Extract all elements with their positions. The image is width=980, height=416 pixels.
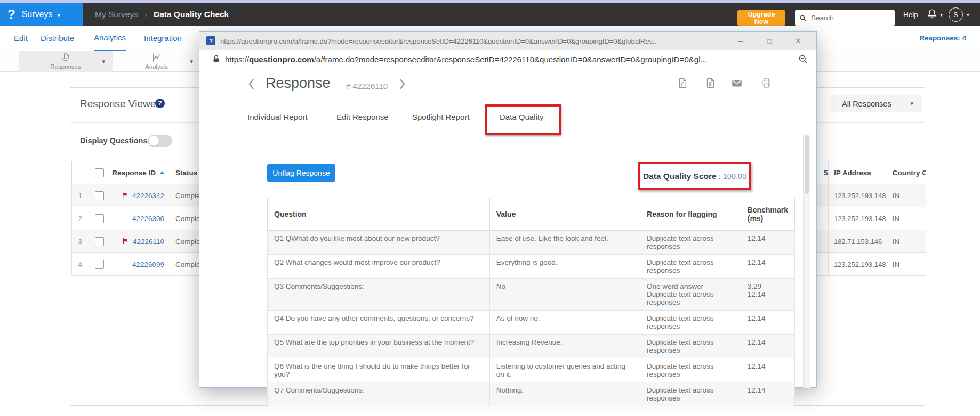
flag-icon (122, 192, 129, 199)
response-title: Response (266, 75, 331, 92)
url-path: /a/frame.do?mode=responseeditor&response… (314, 55, 707, 64)
response-id-link[interactable]: 42226300 (132, 215, 164, 223)
quality-row: Q4 Do you have any other comments, quest… (268, 311, 795, 335)
question-cell: Q6 What is the one thing I should do to … (268, 358, 490, 382)
tab-data-quality[interactable]: Data Quality (500, 112, 544, 121)
minimize-button[interactable]: – (734, 32, 748, 50)
row-number: 2 (72, 207, 89, 230)
maximize-button[interactable]: □ (762, 32, 776, 50)
benchmark-line: 12.14 (748, 362, 788, 370)
benchmark-line: 12.14 (748, 314, 788, 322)
notifications-caret-icon[interactable]: ▾ (940, 3, 943, 26)
upgrade-now-button[interactable]: Upgrade Now (737, 10, 785, 26)
previous-response-chevron[interactable] (246, 77, 258, 92)
scrollbar-thumb[interactable] (805, 135, 809, 194)
display-questions-label: Display Questions (80, 136, 148, 145)
row-checkbox[interactable] (95, 260, 104, 269)
zoom-out-icon[interactable] (798, 54, 808, 64)
toolbar-item-responses[interactable]: Responses ▾ (19, 51, 113, 72)
response-id-link[interactable]: 42226110 (133, 238, 164, 246)
modal-titlebar[interactable]: ? https://questionpro.com/a/frame.do?mod… (199, 32, 816, 50)
row-number: 4 (72, 253, 89, 275)
response-id-cell: 42226110 (110, 230, 170, 252)
breadcrumb-my-surveys[interactable]: My Surveys (95, 10, 138, 19)
responses-filter-dropdown[interactable]: All Responses ▾ (831, 95, 922, 112)
select-all-checkbox[interactable] (95, 168, 104, 177)
chevron-down-icon[interactable]: ▾ (190, 58, 193, 65)
tab-individual-report[interactable]: Individual Report (247, 112, 308, 121)
ip-address-header: IP Address (829, 161, 887, 184)
unflag-response-button[interactable]: Unflag Response (267, 164, 335, 182)
breadcrumb-current: Data Quality Check (154, 10, 229, 19)
export-pdf-icon[interactable] (677, 77, 688, 89)
benchmark-cell: 3.2912.14 (741, 279, 794, 311)
tab-spotlight-report[interactable]: Spotlight Report (412, 112, 470, 121)
reason-line: Duplicate text across responses (647, 290, 734, 306)
response-id-header[interactable]: Response ID (110, 161, 170, 184)
responses-count-link[interactable]: Responses: 4 (919, 26, 966, 51)
response-table-right-body: 123.252.193.148IN123.252.193.148IN182.71… (805, 184, 926, 276)
benchmark-header: Benchmark (ms) (741, 198, 794, 231)
value-cell: Everything is good. (489, 255, 640, 279)
modal-tabs: Individual Report Edit Response Spotligh… (199, 101, 816, 134)
response-id-link[interactable]: 42226342 (132, 192, 164, 200)
reason-line: Duplicate text across responses (647, 362, 734, 378)
score-value: : 100.00 (719, 172, 746, 181)
toolbar-item-analysis[interactable]: Analysis ▾ (113, 51, 200, 72)
ip-address-cell: 123.252.193.148 (829, 184, 887, 207)
close-button[interactable]: ✕ (791, 32, 805, 50)
checkbox-cell (89, 253, 110, 275)
print-icon[interactable] (760, 77, 772, 89)
data-quality-score-box: Data Quality Score : 100.00 (638, 162, 751, 190)
avatar[interactable]: S (949, 7, 963, 22)
product-label: Surveys (22, 10, 53, 19)
response-editor-modal: ? https://questionpro.com/a/frame.do?mod… (199, 31, 817, 388)
display-questions-toggle[interactable] (148, 135, 172, 147)
value-cell: Increasing Revenue. (489, 335, 640, 358)
country-code-header: Country Co (887, 161, 926, 184)
row-checkbox[interactable] (95, 214, 104, 223)
flag-icon (122, 238, 130, 245)
email-icon[interactable] (731, 77, 743, 89)
response-id-link[interactable]: 42226099 (132, 260, 164, 268)
tab-edit[interactable]: Edit (14, 26, 28, 51)
responses-table-header-right: 5 IP Address Country Co (805, 161, 926, 184)
benchmark-line: 12.14 (748, 290, 788, 298)
benchmark-line: 12.14 (748, 386, 788, 394)
select-all-cell (89, 161, 110, 184)
search-input[interactable] (810, 13, 890, 22)
notifications-bell-icon[interactable] (926, 8, 938, 21)
help-link[interactable]: Help (903, 3, 918, 26)
reason-cell: Duplicate text across responses (640, 255, 741, 279)
modal-scrollbar[interactable] (803, 134, 810, 388)
tab-integration[interactable]: Integration (144, 26, 182, 51)
modal-address-bar[interactable]: https://questionpro.com/a/frame.do?mode=… (199, 50, 816, 68)
help-icon[interactable]: ? (155, 99, 165, 108)
row-checkbox[interactable] (95, 191, 104, 200)
score-label: Data Quality Score (643, 172, 717, 181)
tab-edit-response[interactable]: Edit Response (336, 112, 389, 121)
toggle-knob (149, 136, 159, 146)
benchmark-line: 12.14 (748, 258, 788, 266)
value-cell: Nothing. (489, 382, 640, 406)
row-checkbox[interactable] (95, 237, 104, 246)
top-navbar: ? Surveys ▾ My Surveys › Data Quality Ch… (0, 3, 980, 26)
global-search[interactable] (795, 10, 895, 26)
responses-table-right: 5 IP Address Country Co 123.252.193.148I… (805, 161, 926, 276)
breadcrumb: My Surveys › Data Quality Check (95, 3, 229, 26)
tab-analytics[interactable]: Analytics (94, 26, 126, 51)
analysis-icon (151, 53, 163, 63)
question-cell: Q4 Do you have any other comments, quest… (268, 311, 490, 335)
tab-distribute[interactable]: Distribute (41, 26, 74, 51)
reason-line: One word answer (647, 282, 734, 290)
question-cell: Q7 Comments/Suggestions: (268, 382, 490, 406)
account-caret-icon[interactable]: ▾ (967, 3, 969, 26)
chevron-down-icon[interactable]: ▾ (102, 58, 105, 65)
value-cell: Ease of use. Like the look and feel. (489, 231, 640, 255)
next-response-chevron[interactable] (396, 77, 408, 92)
toolbar-item-label: Analysis (145, 63, 168, 70)
product-switcher[interactable]: ? Surveys ▾ (0, 3, 83, 26)
row-number: 3 (72, 230, 89, 252)
reason-cell: Duplicate text across responses (640, 358, 741, 382)
export-excel-icon[interactable] (704, 77, 716, 89)
